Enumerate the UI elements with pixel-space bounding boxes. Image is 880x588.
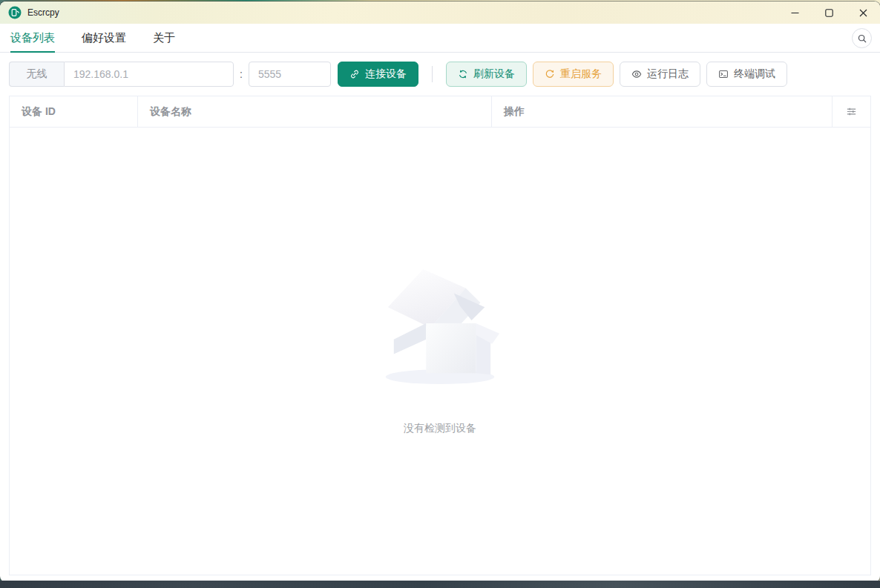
wireless-address-group: 无线 bbox=[9, 62, 234, 87]
tab-bar: 设备列表 偏好设置 关于 bbox=[0, 24, 880, 53]
maximize-button[interactable] bbox=[812, 1, 846, 24]
window-title: Escrcpy bbox=[27, 7, 59, 18]
refresh-devices-button[interactable]: 刷新设备 bbox=[446, 62, 527, 87]
connect-device-label: 连接设备 bbox=[365, 67, 407, 81]
close-button[interactable] bbox=[846, 1, 880, 24]
restart-service-label: 重启服务 bbox=[560, 67, 602, 81]
connection-toolbar: 无线 : 连接设备 bbox=[0, 53, 880, 96]
tab-preferences[interactable]: 偏好设置 bbox=[82, 24, 126, 52]
empty-state-text: 没有检测到设备 bbox=[404, 422, 476, 435]
tab-about-label: 关于 bbox=[153, 31, 175, 45]
titlebar: Escrcpy bbox=[0, 1, 880, 24]
restart-service-button[interactable]: 重启服务 bbox=[533, 62, 614, 87]
refresh-icon bbox=[458, 69, 468, 79]
ip-address-input[interactable] bbox=[64, 62, 234, 87]
eye-icon bbox=[631, 69, 642, 79]
link-icon bbox=[349, 69, 360, 79]
app-window: Escrcpy 设备列表 偏好设置 关于 bbox=[0, 1, 880, 582]
device-table-body: 没有检测到设备 bbox=[10, 128, 870, 575]
refresh-devices-label: 刷新设备 bbox=[473, 67, 515, 81]
run-logs-label: 运行日志 bbox=[647, 67, 689, 81]
connect-device-button[interactable]: 连接设备 bbox=[338, 62, 418, 87]
search-icon bbox=[857, 33, 867, 44]
restart-icon bbox=[545, 69, 555, 79]
empty-state: 没有检测到设备 bbox=[378, 128, 502, 435]
run-logs-button[interactable]: 运行日志 bbox=[620, 62, 700, 87]
empty-box-illustration bbox=[378, 262, 502, 388]
tab-preferences-label: 偏好设置 bbox=[82, 31, 126, 45]
wireless-label: 无线 bbox=[9, 62, 64, 87]
tab-device-list-label: 设备列表 bbox=[10, 31, 55, 45]
tab-device-list[interactable]: 设备列表 bbox=[10, 24, 55, 52]
column-header-device-name: 设备名称 bbox=[138, 96, 492, 127]
port-input[interactable] bbox=[249, 62, 331, 87]
column-header-actions: 操作 bbox=[492, 96, 833, 127]
terminal-debug-button[interactable]: 终端调试 bbox=[706, 62, 787, 87]
desktop-taskbar-strip bbox=[0, 581, 880, 588]
toolbar-divider bbox=[432, 66, 433, 82]
column-header-device-id: 设备 ID bbox=[10, 96, 138, 127]
app-logo-icon bbox=[8, 6, 22, 19]
port-separator: : bbox=[240, 68, 243, 80]
tab-about[interactable]: 关于 bbox=[153, 24, 175, 52]
minimize-button[interactable] bbox=[778, 1, 812, 24]
sliders-icon bbox=[846, 106, 857, 117]
device-table-header: 设备 ID 设备名称 操作 bbox=[10, 96, 870, 128]
column-settings-button[interactable] bbox=[833, 96, 870, 127]
terminal-icon bbox=[718, 69, 729, 79]
terminal-debug-label: 终端调试 bbox=[734, 67, 775, 81]
search-button[interactable] bbox=[852, 28, 872, 48]
device-table: 设备 ID 设备名称 操作 bbox=[9, 96, 871, 575]
